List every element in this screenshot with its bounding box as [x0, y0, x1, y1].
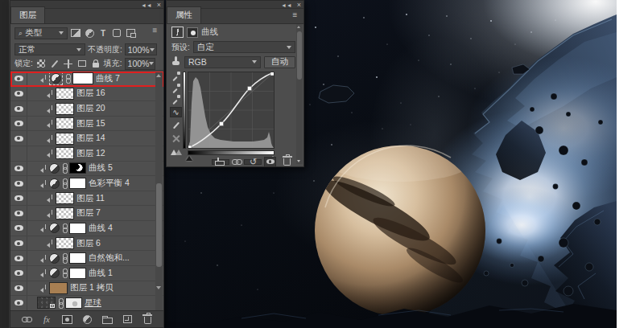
- pencil-tool-icon[interactable]: [170, 120, 182, 130]
- filter-pixel-layers-icon[interactable]: [70, 28, 81, 39]
- gray-point-eyedropper-icon[interactable]: [171, 84, 180, 92]
- layer-name[interactable]: 图层 12: [76, 148, 105, 159]
- smooth-curve-icon[interactable]: [170, 133, 182, 144]
- visibility-toggle[interactable]: [10, 131, 27, 146]
- view-previous-state-button[interactable]: [230, 157, 242, 167]
- layer-thumbnail[interactable]: [56, 207, 74, 219]
- blend-mode-dropdown[interactable]: 正常: [14, 43, 85, 55]
- link-layers-button[interactable]: [21, 314, 32, 325]
- layer-mask-thumbnail[interactable]: [69, 162, 86, 174]
- visibility-toggle[interactable]: [10, 281, 27, 296]
- lock-artboard-icon[interactable]: [76, 59, 88, 69]
- scrollbar-thumb[interactable]: [297, 31, 302, 80]
- visibility-toggle[interactable]: [10, 87, 27, 101]
- layer-row-6[interactable]: 图层 6: [10, 236, 163, 252]
- layer-thumbnail[interactable]: [56, 237, 74, 249]
- reset-adjustment-button[interactable]: ↺: [247, 157, 259, 167]
- layer-mask-thumbnail[interactable]: [69, 268, 86, 279]
- visibility-toggle[interactable]: [10, 162, 27, 176]
- mask-badge-icon[interactable]: [187, 27, 198, 38]
- layer-mask-thumbnail[interactable]: [72, 72, 93, 84]
- smart-object-thumbnail[interactable]: [37, 297, 56, 309]
- layer-row-14[interactable]: 图层 14: [10, 131, 163, 146]
- close-panel-icon[interactable]: ×: [297, 2, 301, 8]
- layer-thumbnail[interactable]: [56, 147, 74, 159]
- layer-row-curves-7[interactable]: 曲线 7: [10, 72, 163, 87]
- layer-row-vibrance[interactable]: 自然饱和...: [10, 251, 163, 266]
- filter-smart-objects-icon[interactable]: [125, 28, 136, 39]
- lock-transparency-icon[interactable]: [35, 59, 47, 69]
- layer-name[interactable]: 星球: [85, 297, 101, 309]
- layer-row-curves-4[interactable]: 曲线 4: [10, 221, 163, 236]
- visibility-toggle[interactable]: [10, 146, 27, 161]
- layer-name[interactable]: 曲线 4: [89, 223, 113, 234]
- clip-to-layer-button[interactable]: [213, 157, 225, 167]
- scroll-down-icon[interactable]: [297, 160, 300, 162]
- opacity-field[interactable]: 100%: [125, 43, 157, 55]
- layer-name[interactable]: 图层 16: [76, 88, 105, 99]
- lock-pixels-icon[interactable]: [49, 59, 60, 69]
- visibility-toggle[interactable]: [10, 296, 27, 310]
- visibility-toggle[interactable]: [10, 236, 27, 251]
- layer-row-curves-1[interactable]: 曲线 1: [10, 266, 163, 281]
- layer-name[interactable]: 图层 7: [76, 207, 101, 219]
- new-group-button[interactable]: [101, 314, 113, 325]
- layer-name[interactable]: 图层 6: [76, 238, 101, 249]
- layer-name[interactable]: 图层 15: [76, 118, 105, 129]
- layer-name[interactable]: 图层 1 拷贝: [70, 282, 114, 293]
- auto-button[interactable]: 自动: [264, 56, 295, 68]
- scroll-up-icon[interactable]: [156, 74, 161, 77]
- scroll-up-icon[interactable]: [297, 26, 300, 28]
- scrollbar-thumb[interactable]: [156, 183, 162, 267]
- targeted-adjustment-tool-icon[interactable]: [171, 55, 181, 67]
- layer-name[interactable]: 图层 11: [76, 193, 105, 204]
- adjustment-layer-icon[interactable]: [49, 268, 60, 278]
- filter-shape-layers-icon[interactable]: [111, 28, 122, 39]
- lock-position-icon[interactable]: [63, 59, 74, 69]
- fill-field[interactable]: 100%: [125, 58, 155, 70]
- visibility-toggle[interactable]: [10, 206, 27, 220]
- panel-menu-icon[interactable]: ≡: [290, 10, 300, 19]
- layer-thumbnail[interactable]: [56, 103, 74, 115]
- layer-name[interactable]: 色彩平衡 4: [89, 178, 130, 189]
- layer-name[interactable]: 图层 20: [76, 103, 105, 114]
- layer-style-button[interactable]: fx: [41, 314, 52, 325]
- layer-row-11[interactable]: 图层 11: [10, 191, 163, 207]
- edit-points-tool[interactable]: ∿: [170, 107, 182, 117]
- layers-scrollbar[interactable]: [155, 72, 163, 310]
- layer-row-layer-1-copy[interactable]: 图层 1 拷贝: [10, 281, 163, 297]
- toggle-visibility-button[interactable]: [264, 157, 276, 167]
- layer-thumbnail[interactable]: [56, 117, 74, 129]
- visibility-toggle[interactable]: [10, 176, 27, 191]
- layer-thumbnail[interactable]: [56, 192, 74, 204]
- curves-grid[interactable]: [188, 72, 275, 149]
- layer-name[interactable]: 图层 14: [76, 133, 105, 144]
- tab-properties[interactable]: 属性: [167, 6, 201, 23]
- lock-all-icon[interactable]: [90, 59, 101, 69]
- properties-scrollbar[interactable]: [296, 24, 303, 164]
- filter-adjustment-layers-icon[interactable]: [84, 28, 95, 39]
- layer-name[interactable]: 曲线 5: [89, 162, 113, 174]
- new-adjustment-layer-button[interactable]: [81, 314, 93, 325]
- layer-row-color-balance-4[interactable]: 色彩平衡 4: [10, 176, 163, 191]
- layer-row-planet-smart-object[interactable]: 星球: [10, 296, 163, 311]
- black-point-eyedropper-icon[interactable]: [171, 72, 180, 80]
- visibility-toggle[interactable]: [10, 266, 27, 281]
- layer-row-7[interactable]: 图层 7: [10, 206, 163, 221]
- adjustment-layer-icon[interactable]: [49, 223, 60, 233]
- filter-type-dropdown[interactable]: ⌕ 类型: [14, 27, 68, 39]
- visibility-toggle[interactable]: [10, 251, 27, 265]
- layer-thumbnail[interactable]: [49, 282, 68, 294]
- preset-dropdown[interactable]: 自定: [193, 41, 295, 53]
- visibility-toggle[interactable]: [10, 221, 27, 236]
- delete-adjustment-button[interactable]: [281, 157, 293, 167]
- visibility-toggle[interactable]: [10, 72, 27, 86]
- new-layer-button[interactable]: [122, 314, 133, 325]
- delete-layer-button[interactable]: [142, 314, 153, 325]
- layer-mask-thumbnail[interactable]: [69, 223, 86, 234]
- layer-name[interactable]: 曲线 1: [89, 268, 113, 279]
- adjustment-layer-icon[interactable]: [49, 163, 60, 174]
- white-point-eyedropper-icon[interactable]: [171, 95, 180, 104]
- visibility-toggle[interactable]: [10, 101, 27, 116]
- layer-name[interactable]: 自然饱和...: [89, 252, 130, 264]
